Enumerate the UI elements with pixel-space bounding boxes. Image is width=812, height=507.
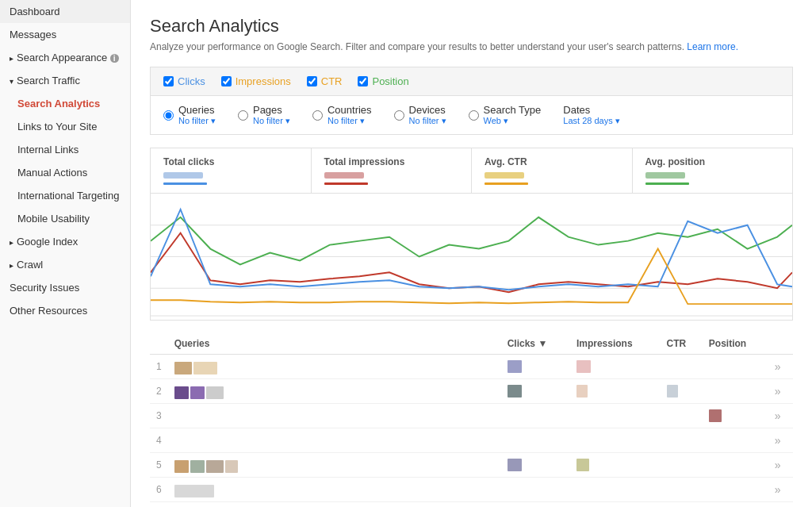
sidebar-item-internal-links[interactable]: Internal Links [0, 138, 130, 161]
row-number: 3 [150, 404, 168, 428]
dates-dropdown[interactable]: Last 28 days [563, 116, 619, 126]
metric-card-total-clicks[interactable]: Total clicks [151, 148, 312, 193]
impressions-cell [570, 404, 661, 428]
page-description: Analyze your performance on Google Searc… [150, 41, 793, 52]
filter-checkbox-ctr[interactable]: CTR [307, 75, 343, 87]
sidebar-label: Google Index [17, 236, 78, 248]
position-cell [703, 428, 768, 453]
radio-label: Devices [409, 104, 446, 116]
col-queries[interactable]: Queries [168, 333, 501, 355]
sidebar-label: Messages [10, 29, 56, 40]
query-bars [174, 457, 495, 473]
sidebar-item-search-traffic-header[interactable]: ▾Search Traffic [0, 69, 130, 92]
ctr-cell [661, 355, 703, 379]
radio-group-pages[interactable]: Pages No filter [238, 104, 290, 126]
search-type-group[interactable]: Search Type Web [469, 104, 542, 126]
sidebar-item-other-resources[interactable]: Other Resources [0, 299, 130, 322]
sidebar-item-crawl[interactable]: ▸Crawl [0, 253, 130, 276]
radio-input-devices[interactable] [394, 110, 404, 121]
learn-more-link[interactable]: Learn more. [687, 41, 738, 52]
sidebar-item-google-index[interactable]: ▸Google Index [0, 230, 130, 253]
arrow-icon: ▾ [10, 77, 13, 86]
radio-search-type[interactable] [469, 110, 479, 121]
query-bar [174, 386, 189, 399]
row-number: 2 [150, 379, 168, 404]
query-bars [174, 432, 495, 448]
query-bars-cell [168, 355, 501, 379]
query-bars-cell [168, 404, 501, 428]
filter-checkbox-position[interactable]: Position [358, 75, 408, 87]
sidebar-item-dashboard[interactable]: Dashboard [0, 0, 130, 23]
sidebar-item-security-issues[interactable]: Security Issues [0, 276, 130, 299]
position-bar [709, 409, 722, 422]
ctr-bar [667, 385, 678, 398]
row-action[interactable]: » [768, 355, 793, 379]
sidebar-item-manual-actions[interactable]: Manual Actions [0, 161, 130, 184]
query-bar [190, 386, 205, 399]
sidebar-item-search-analytics[interactable]: Search Analytics [0, 92, 130, 115]
sidebar-item-mobile-usability[interactable]: Mobile Usability [0, 207, 130, 230]
sidebar-item-links-your-site[interactable]: Links to Your Site [0, 115, 130, 138]
checkbox-input-impressions[interactable] [221, 76, 232, 86]
sidebar: DashboardMessages▸Search Appearance i▾Se… [0, 0, 131, 507]
filter-sub-pages[interactable]: No filter [253, 116, 290, 126]
page-title: Search Analytics [150, 16, 793, 36]
checkbox-input-position[interactable] [358, 76, 368, 86]
table-row: 4» [150, 428, 793, 453]
radio-input-pages[interactable] [238, 110, 248, 121]
filter-sub-devices[interactable]: No filter [409, 116, 446, 126]
filter-sub-countries[interactable]: No filter [327, 116, 372, 126]
radio-group-countries[interactable]: Countries No filter [312, 104, 372, 126]
checkbox-label: Impressions [236, 75, 291, 87]
metric-card-avg.-ctr[interactable]: Avg. CTR [472, 148, 633, 193]
clicks-bar [508, 459, 522, 471]
sidebar-label: International Targeting [17, 190, 119, 202]
row-action[interactable]: » [768, 428, 793, 453]
row-action[interactable]: » [768, 379, 793, 404]
filter-checkbox-bar: Clicks Impressions CTR Position [150, 67, 793, 96]
radio-label: Pages [253, 104, 290, 116]
row-action[interactable]: » [768, 453, 793, 478]
clicks-cell [501, 478, 570, 502]
clicks-bar [508, 385, 522, 398]
row-action[interactable]: » [768, 478, 793, 502]
radio-group-queries[interactable]: Queries No filter [163, 104, 216, 126]
col-impressions[interactable]: Impressions [570, 333, 661, 355]
sidebar-label: Search Analytics [17, 98, 100, 109]
query-bar [174, 460, 189, 473]
filter-checkbox-impressions[interactable]: Impressions [221, 75, 291, 87]
ctr-cell [661, 478, 703, 502]
position-cell [703, 404, 768, 428]
metric-line [163, 182, 207, 185]
filter-checkbox-clicks[interactable]: Clicks [163, 75, 205, 87]
checkbox-input-clicks[interactable] [163, 76, 174, 86]
metric-card-total-impressions[interactable]: Total impressions [312, 148, 473, 193]
search-type-dropdown[interactable]: Web [484, 116, 542, 126]
metric-card-avg.-position[interactable]: Avg. position [633, 148, 793, 193]
radio-input-countries[interactable] [312, 110, 323, 121]
filter-sub-queries[interactable]: No filter [178, 116, 216, 126]
sidebar-label: Search Traffic [17, 75, 80, 86]
table-row: 2» [150, 379, 793, 404]
ctr-cell [661, 404, 703, 428]
dates-group[interactable]: Dates Last 28 days [563, 104, 619, 126]
sidebar-item-messages[interactable]: Messages [0, 23, 130, 46]
checkbox-input-ctr[interactable] [307, 76, 317, 86]
col-position[interactable]: Position [703, 333, 768, 355]
col-clicks[interactable]: Clicks ▼ [501, 333, 570, 355]
page-desc-text: Analyze your performance on Google Searc… [150, 41, 684, 52]
row-action[interactable]: » [768, 404, 793, 428]
query-bars-cell [168, 428, 501, 453]
radio-group-devices[interactable]: Devices No filter [394, 104, 446, 126]
sidebar-item-search-appearance[interactable]: ▸Search Appearance i [0, 46, 130, 69]
blue-line [151, 209, 792, 290]
query-bars [174, 359, 495, 374]
arrow-icon: ▸ [10, 238, 13, 247]
position-cell [703, 478, 768, 502]
radio-input-queries[interactable] [163, 110, 174, 121]
checkbox-label: Position [372, 75, 408, 87]
col-ctr[interactable]: CTR [661, 333, 703, 355]
chart-area [150, 194, 793, 321]
sidebar-item-international-targeting[interactable]: International Targeting [0, 184, 130, 207]
sidebar-label: Dashboard [10, 6, 60, 17]
